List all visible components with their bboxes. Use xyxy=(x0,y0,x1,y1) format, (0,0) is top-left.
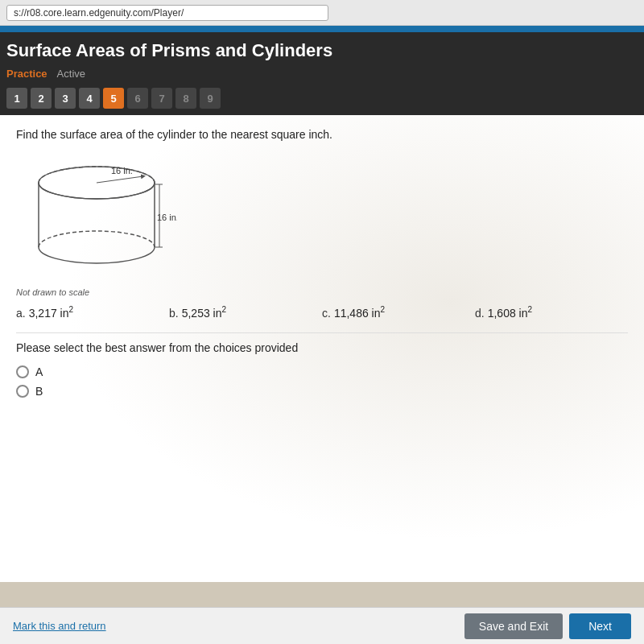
radio-b[interactable] xyxy=(16,385,29,398)
choice-b[interactable]: b. 5,253 in2 xyxy=(169,305,322,320)
choice-a[interactable]: a. 3,217 in2 xyxy=(16,305,169,320)
address-bar: s://r08.core.learn.edgenuity.com/Player/ xyxy=(6,5,328,21)
top-header-bar xyxy=(0,26,644,32)
choice-b-letter: b. xyxy=(169,307,179,320)
diagram-area: 16 in. 16 in. Not drawn to scale xyxy=(16,152,628,297)
tab-5[interactable]: 5 xyxy=(103,88,124,109)
radio-b-label: B xyxy=(35,385,43,398)
tab-4[interactable]: 4 xyxy=(79,88,100,109)
choice-d[interactable]: d. 1,608 in2 xyxy=(475,305,628,320)
main-content: Find the surface area of the cylinder to… xyxy=(0,115,644,582)
tab-6[interactable]: 6 xyxy=(127,88,148,109)
save-exit-button[interactable]: Save and Exit xyxy=(464,613,563,639)
not-to-scale-label: Not drawn to scale xyxy=(16,287,177,297)
practice-label: Practice xyxy=(6,68,47,80)
bottom-footer: Mark this and return Save and Exit Next xyxy=(0,607,644,644)
number-tabs: 1 2 3 4 5 6 7 8 9 xyxy=(0,85,644,115)
radio-a-label: A xyxy=(35,365,43,378)
choice-c[interactable]: c. 11,486 in2 xyxy=(322,305,475,320)
practice-bar: Practice Active xyxy=(0,66,644,85)
next-button[interactable]: Next xyxy=(569,613,631,639)
tab-2[interactable]: 2 xyxy=(31,88,52,109)
answer-choices: a. 3,217 in2 b. 5,253 in2 c. 11,486 in2 … xyxy=(16,305,628,320)
radio-option-a[interactable]: A xyxy=(16,365,628,378)
tab-3[interactable]: 3 xyxy=(55,88,76,109)
cylinder-diagram: 16 in. 16 in. Not drawn to scale xyxy=(16,152,177,297)
radio-a[interactable] xyxy=(16,365,29,378)
choice-c-letter: c. xyxy=(322,307,331,320)
active-label: Active xyxy=(57,68,85,80)
cylinder-svg: 16 in. 16 in. xyxy=(16,152,177,281)
svg-line-3 xyxy=(97,176,143,183)
course-title: Surface Areas of Prisms and Cylinders xyxy=(6,40,631,61)
choice-d-value: 1,608 in2 xyxy=(488,305,532,320)
course-header: Surface Areas of Prisms and Cylinders xyxy=(0,32,644,66)
separator xyxy=(16,332,628,333)
tab-1[interactable]: 1 xyxy=(6,88,27,109)
choice-b-value: 5,253 in2 xyxy=(182,305,226,320)
svg-text:16 in.: 16 in. xyxy=(111,166,133,175)
choice-a-value: 3,217 in2 xyxy=(29,305,73,320)
mark-return-link[interactable]: Mark this and return xyxy=(13,620,106,632)
choice-c-value: 11,486 in2 xyxy=(334,305,385,320)
svg-text:16 in.: 16 in. xyxy=(157,213,177,222)
browser-chrome: s://r08.core.learn.edgenuity.com/Player/ xyxy=(0,0,644,26)
tab-7[interactable]: 7 xyxy=(151,88,172,109)
choice-a-letter: a. xyxy=(16,307,26,320)
footer-buttons: Save and Exit Next xyxy=(464,613,631,639)
tab-9[interactable]: 9 xyxy=(200,88,221,109)
radio-option-b[interactable]: B xyxy=(16,385,628,398)
choice-d-letter: d. xyxy=(475,307,485,320)
question-text: Find the surface area of the cylinder to… xyxy=(16,128,628,141)
select-prompt: Please select the best answer from the c… xyxy=(16,341,628,354)
tab-8[interactable]: 8 xyxy=(175,88,196,109)
